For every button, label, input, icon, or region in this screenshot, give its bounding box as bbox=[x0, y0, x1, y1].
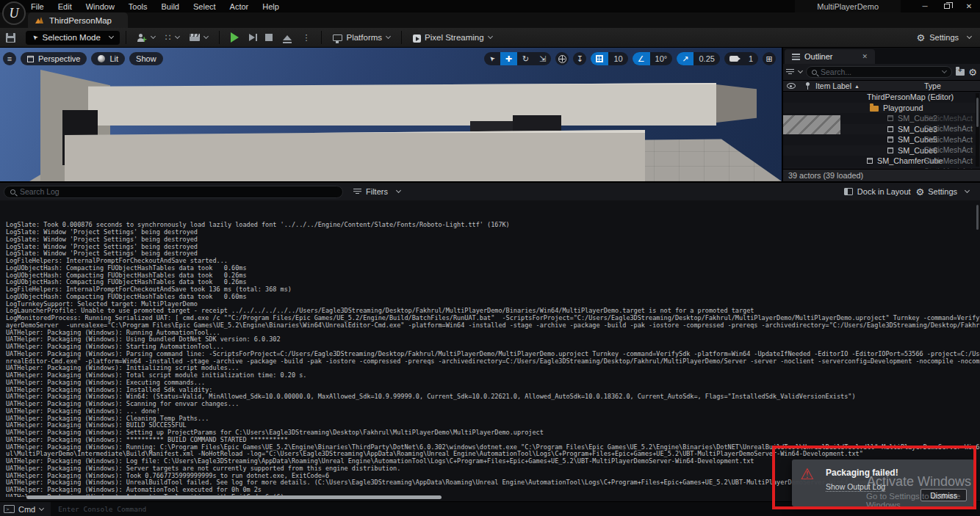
drag-preview-placeholder bbox=[783, 115, 840, 134]
chevron-down-icon bbox=[942, 68, 947, 73]
cmd-label: Cmd bbox=[18, 505, 35, 514]
actor-type-icon bbox=[887, 115, 893, 121]
menu-item[interactable]: Edit bbox=[58, 2, 72, 11]
log-settings-dropdown[interactable]: ⚙ Settings bbox=[916, 186, 969, 197]
menu-item[interactable]: Select bbox=[193, 2, 216, 11]
item-label-column[interactable]: Item Label bbox=[815, 81, 851, 90]
log-search-input[interactable] bbox=[20, 187, 336, 196]
cursor-icon: ➤ bbox=[31, 33, 40, 42]
actor-type-icon bbox=[887, 148, 893, 153]
chevron-down-icon bbox=[151, 34, 156, 39]
outliner-settings-icon[interactable]: ⚙ bbox=[968, 67, 977, 78]
main-toolbar: ➤ Selection Mode + ∷ ⋮ Platforms Pixel S… bbox=[0, 28, 980, 48]
menu-item[interactable]: Actor bbox=[230, 2, 249, 11]
outliner-search-input[interactable] bbox=[821, 68, 934, 76]
lit-icon bbox=[98, 55, 105, 62]
outliner-filter-button[interactable] bbox=[786, 69, 802, 76]
eject-button[interactable] bbox=[283, 35, 292, 40]
close-button[interactable]: ✕ bbox=[958, 0, 980, 12]
tab-outliner[interactable]: Outliner ✕ bbox=[785, 49, 875, 64]
close-icon[interactable]: ✕ bbox=[862, 53, 868, 60]
selection-mode-dropdown[interactable]: ➤ Selection Mode bbox=[26, 31, 120, 45]
toast-title: Packaging failed! bbox=[826, 468, 898, 478]
rotate-tool-button[interactable]: ↻ bbox=[517, 52, 534, 65]
menu-item[interactable]: Help bbox=[262, 2, 279, 11]
cinematics-button[interactable] bbox=[190, 34, 208, 41]
log-filters-dropdown[interactable]: Filters bbox=[353, 187, 400, 196]
perspective-dropdown[interactable]: Perspective bbox=[21, 52, 87, 65]
blueprint-icon: ∷ bbox=[165, 32, 172, 43]
toolbar-separator bbox=[321, 31, 322, 44]
pin-column-icon[interactable] bbox=[804, 82, 810, 90]
surface-snap-button[interactable]: ↧ bbox=[573, 52, 586, 65]
skip-icon bbox=[249, 34, 255, 41]
lit-label: Lit bbox=[109, 54, 118, 63]
outliner-row[interactable]: SM_Cube6 StaticMeshAct bbox=[783, 145, 980, 156]
scale-snap-value[interactable]: 0.25 bbox=[693, 52, 719, 65]
level-icon bbox=[35, 17, 44, 23]
camera-speed-button[interactable] bbox=[724, 52, 743, 65]
settings-dropdown[interactable]: ⚙ Settings bbox=[917, 32, 971, 43]
lit-dropdown[interactable]: Lit bbox=[91, 52, 125, 65]
skip-button[interactable] bbox=[249, 34, 255, 41]
grid-snap-value[interactable]: 10 bbox=[608, 52, 627, 65]
output-log-header: Filters Dock in Layout ⚙ Settings bbox=[0, 183, 980, 200]
viewport-menu-button[interactable]: ≡ bbox=[3, 52, 16, 65]
outliner-row[interactable]: ThirdPersonMap (Editor) bbox=[783, 92, 980, 103]
dock-icon bbox=[844, 188, 853, 195]
visibility-column-icon[interactable] bbox=[787, 83, 796, 89]
type-column[interactable]: Type bbox=[924, 81, 941, 90]
outliner-row[interactable]: SM_Cube5 StaticMeshAct bbox=[783, 134, 980, 145]
outliner-row[interactable]: SM_ChamferCube StaticMeshAct bbox=[783, 156, 980, 167]
dock-in-layout-button[interactable]: Dock in Layout bbox=[844, 187, 911, 196]
save-icon[interactable] bbox=[6, 33, 15, 43]
outliner-search-box[interactable] bbox=[806, 66, 952, 78]
menu-item[interactable]: File bbox=[31, 2, 44, 11]
add-actor-button[interactable]: + bbox=[137, 30, 155, 45]
outliner-row[interactable]: StaticMeshAct bbox=[783, 167, 980, 170]
actor-type: StaticMeshAct bbox=[924, 167, 976, 169]
viewport[interactable]: ≡ Perspective Lit Show ➤ ✚ ↻ ⇲ ↧ 10 ∠ 10… bbox=[0, 48, 782, 181]
log-vertical-scrollbar[interactable] bbox=[976, 202, 979, 495]
move-tool-button[interactable]: ✚ bbox=[500, 52, 517, 65]
search-icon bbox=[10, 189, 15, 195]
chevron-down-icon[interactable] bbox=[39, 505, 44, 510]
eject-icon bbox=[283, 35, 292, 40]
chevron-down-icon bbox=[109, 34, 114, 39]
gear-icon: ⚙ bbox=[917, 32, 926, 43]
minimize-button[interactable]: ─ bbox=[914, 0, 936, 12]
scale-tool-button[interactable]: ⇲ bbox=[534, 52, 551, 65]
pixel-streaming-dropdown[interactable]: Pixel Streaming bbox=[413, 32, 492, 43]
clapperboard-icon bbox=[190, 34, 200, 41]
rotation-snap-value[interactable]: 10° bbox=[650, 52, 673, 65]
outliner-scrollbar[interactable] bbox=[976, 93, 979, 167]
scale-snap-button[interactable]: ↗ bbox=[677, 52, 693, 65]
platforms-dropdown[interactable]: Platforms bbox=[333, 33, 390, 42]
dismiss-button[interactable]: Dismiss bbox=[920, 489, 967, 501]
select-tool-button[interactable]: ➤ bbox=[484, 52, 500, 65]
menu-item[interactable]: Build bbox=[162, 2, 179, 11]
tab-thirdpersonmap[interactable]: ThirdPersonMap bbox=[28, 12, 128, 28]
maximize-viewport-button[interactable]: ⊞ bbox=[763, 52, 776, 65]
play-button[interactable] bbox=[231, 32, 239, 43]
restore-button[interactable] bbox=[936, 0, 958, 12]
stop-button[interactable] bbox=[265, 34, 273, 41]
actor-type-icon bbox=[854, 93, 862, 101]
menu-item[interactable]: Window bbox=[86, 2, 115, 11]
perspective-label: Perspective bbox=[38, 54, 80, 63]
menu-item[interactable]: Tools bbox=[129, 2, 148, 11]
world-space-button[interactable] bbox=[555, 52, 569, 65]
create-folder-icon[interactable] bbox=[956, 69, 965, 76]
show-output-log-link[interactable]: Show Output Log bbox=[826, 482, 885, 492]
show-dropdown[interactable]: Show bbox=[129, 52, 163, 65]
log-search-box[interactable] bbox=[4, 186, 343, 198]
rotation-snap-button[interactable]: ∠ bbox=[633, 52, 650, 65]
actor-type-icon bbox=[887, 126, 893, 132]
outliner-row[interactable]: Playground bbox=[783, 103, 980, 114]
blueprints-button[interactable]: ∷ bbox=[165, 32, 180, 43]
camera-speed-value[interactable]: 1 bbox=[743, 52, 758, 65]
log-lines[interactable]: LogSlate: Took 0.000876 seconds to synch… bbox=[0, 200, 980, 497]
actor-type-icon bbox=[887, 137, 893, 142]
grid-snap-button[interactable] bbox=[591, 52, 608, 65]
play-options-button[interactable]: ⋮ bbox=[302, 33, 310, 43]
